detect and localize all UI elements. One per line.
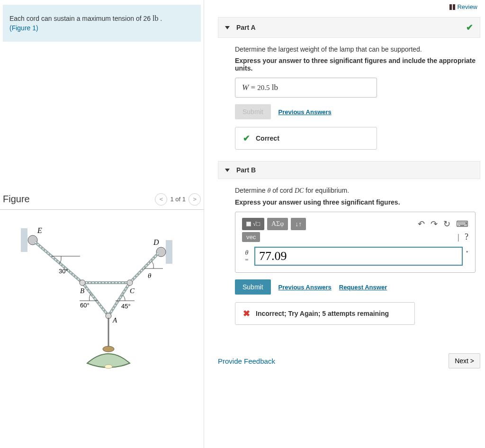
part-a-header[interactable]: Part A ✔: [218, 17, 480, 38]
caret-down-icon: [225, 26, 230, 29]
provide-feedback-link[interactable]: Provide Feedback: [218, 357, 275, 365]
correct-label: Correct: [256, 134, 279, 142]
help-icon[interactable]: ?: [465, 232, 468, 242]
svg-rect-0: [21, 228, 27, 252]
figure-diagram: E D B C A: [0, 214, 204, 386]
degree-symbol: ∘: [466, 247, 468, 254]
figure-next-button[interactable]: >: [189, 193, 201, 206]
part-a-title: Part A: [236, 24, 256, 31]
svg-text:A: A: [112, 316, 117, 324]
part-b-previous-answers-link[interactable]: Previous Answers: [278, 284, 332, 291]
figure-counter: 1 of 1: [170, 196, 186, 203]
part-a-answer-display: W = 20.5 lb: [235, 78, 377, 98]
check-icon: ✔: [243, 133, 250, 143]
undo-icon[interactable]: ↶: [418, 219, 425, 229]
prompt-text: Each cord can sustain a maximum tension …: [9, 15, 153, 22]
caret-down-icon: [225, 169, 230, 172]
keyboard-icon[interactable]: ⌨: [456, 219, 468, 229]
correct-feedback-box: ✔ Correct: [235, 127, 377, 150]
review-link[interactable]: Review: [449, 3, 477, 10]
part-a-submit-button: Submit: [235, 104, 271, 119]
part-a-instruction-bold: Express your answer to three significant…: [235, 57, 476, 72]
svg-text:C: C: [130, 287, 135, 295]
svg-rect-3: [166, 240, 172, 264]
part-b-instruction-bold: Express your answer using three signific…: [235, 198, 476, 206]
prompt-unit: lb: [153, 14, 158, 22]
subscript-tool-button[interactable]: ↓↑: [291, 218, 306, 230]
theta-input[interactable]: [254, 247, 463, 266]
svg-text:30°: 30°: [59, 268, 68, 275]
incorrect-label: Incorrect; Try Again; 5 attempts remaini…: [256, 310, 389, 317]
part-b-header[interactable]: Part B: [218, 161, 480, 179]
help-separator: |: [458, 233, 459, 241]
svg-text:E: E: [37, 226, 42, 234]
templates-tool-button[interactable]: √□: [242, 218, 264, 230]
svg-text:60°: 60°: [80, 302, 90, 309]
request-answer-link[interactable]: Request Answer: [339, 284, 387, 291]
svg-point-32: [105, 365, 112, 368]
x-icon: ✖: [243, 308, 250, 319]
equation-editor: √□ ΑΣφ ↓↑ ↶ ↷ ↻ ⌨ vec | ?: [235, 212, 476, 273]
next-button[interactable]: Next >: [449, 353, 480, 368]
svg-point-31: [103, 346, 114, 352]
figure-prev-button[interactable]: <: [155, 193, 167, 206]
theta-equals-label: θ =: [242, 247, 251, 266]
part-a-instruction: Determine the largest weight of the lamp…: [235, 45, 476, 53]
figure-heading: Figure: [3, 194, 30, 205]
part-a-previous-answers-link[interactable]: Previous Answers: [278, 108, 332, 116]
svg-text:45°: 45°: [121, 303, 131, 310]
greek-tool-button[interactable]: ΑΣφ: [267, 218, 288, 230]
svg-text:D: D: [153, 238, 159, 246]
problem-statement: Each cord can sustain a maximum tension …: [3, 5, 201, 42]
prompt-text-after: .: [158, 15, 162, 22]
svg-point-17: [127, 280, 133, 286]
svg-text:θ: θ: [148, 272, 152, 279]
check-icon: ✔: [466, 22, 473, 33]
redo-icon[interactable]: ↷: [431, 219, 438, 229]
part-b-submit-button[interactable]: Submit: [235, 279, 271, 295]
vec-tool-button[interactable]: vec: [242, 232, 260, 242]
svg-point-16: [80, 280, 85, 286]
part-b-title: Part B: [236, 166, 256, 174]
svg-text:B: B: [80, 287, 84, 295]
part-b-instruction: Determine θ of cord DC for equilibrium.: [235, 187, 476, 195]
reset-icon[interactable]: ↻: [443, 219, 450, 229]
figure-link[interactable]: (Figure 1): [9, 24, 38, 32]
incorrect-feedback-box: ✖ Incorrect; Try Again; 5 attempts remai…: [235, 302, 415, 325]
